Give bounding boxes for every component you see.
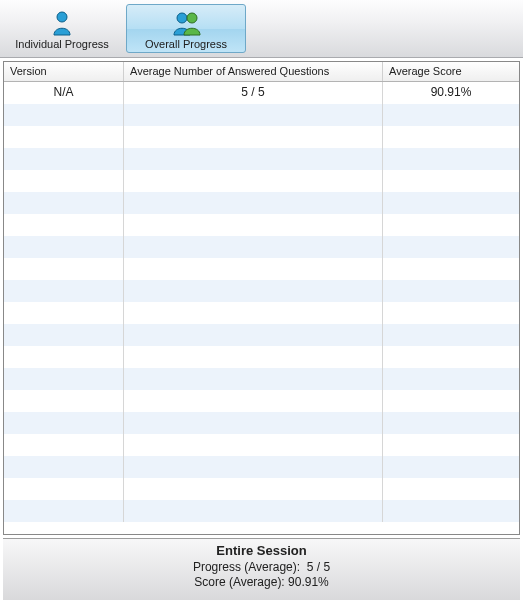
cell-version	[4, 390, 124, 412]
cell-avg-score	[383, 478, 519, 500]
cell-version	[4, 456, 124, 478]
table-row[interactable]	[4, 258, 519, 280]
table-row[interactable]	[4, 346, 519, 368]
cell-avg-score	[383, 302, 519, 324]
progress-table: Version Average Number of Answered Quest…	[3, 61, 520, 535]
cell-avg-answered	[124, 236, 383, 258]
table-row[interactable]	[4, 236, 519, 258]
table-row[interactable]	[4, 500, 519, 522]
table-row[interactable]	[4, 302, 519, 324]
svg-point-0	[57, 12, 67, 22]
cell-avg-answered	[124, 126, 383, 148]
tab-overall-label: Overall Progress	[145, 38, 227, 50]
toolbar: Individual Progress Overall Progress	[0, 0, 523, 58]
cell-version	[4, 148, 124, 170]
cell-avg-answered	[124, 500, 383, 522]
cell-avg-score	[383, 412, 519, 434]
cell-version	[4, 500, 124, 522]
tab-overall-progress[interactable]: Overall Progress	[126, 4, 246, 53]
people-icon	[171, 8, 201, 36]
cell-version	[4, 258, 124, 280]
col-header-version[interactable]: Version	[4, 62, 124, 81]
cell-avg-answered	[124, 390, 383, 412]
table-row[interactable]: N/A5 / 590.91%	[4, 82, 519, 104]
table-row[interactable]	[4, 148, 519, 170]
table-body: N/A5 / 590.91%	[4, 82, 519, 534]
cell-version	[4, 478, 124, 500]
cell-version	[4, 412, 124, 434]
footer-title: Entire Session	[3, 543, 520, 558]
person-icon	[51, 8, 73, 36]
table-row[interactable]	[4, 104, 519, 126]
cell-avg-answered	[124, 412, 383, 434]
table-row[interactable]	[4, 192, 519, 214]
table-row[interactable]	[4, 214, 519, 236]
footer-progress-value: 5 / 5	[307, 560, 330, 574]
footer-progress-label: Progress (Average):	[193, 560, 300, 574]
cell-avg-answered	[124, 478, 383, 500]
table-row[interactable]	[4, 478, 519, 500]
table-row[interactable]	[4, 368, 519, 390]
cell-avg-answered	[124, 214, 383, 236]
cell-avg-score	[383, 236, 519, 258]
cell-avg-score	[383, 500, 519, 522]
cell-avg-answered	[124, 302, 383, 324]
cell-avg-answered	[124, 170, 383, 192]
cell-avg-answered	[124, 456, 383, 478]
cell-version: N/A	[4, 82, 124, 104]
cell-avg-score	[383, 434, 519, 456]
cell-avg-score	[383, 104, 519, 126]
cell-version	[4, 104, 124, 126]
cell-version	[4, 324, 124, 346]
cell-avg-score	[383, 192, 519, 214]
cell-avg-answered	[124, 192, 383, 214]
cell-version	[4, 434, 124, 456]
cell-version	[4, 280, 124, 302]
cell-version	[4, 214, 124, 236]
cell-version	[4, 170, 124, 192]
cell-avg-score	[383, 258, 519, 280]
cell-avg-score	[383, 368, 519, 390]
table-row[interactable]	[4, 280, 519, 302]
cell-avg-score	[383, 346, 519, 368]
footer-score-value: 90.91%	[288, 575, 329, 589]
cell-avg-answered	[124, 148, 383, 170]
cell-avg-answered	[124, 434, 383, 456]
cell-avg-answered: 5 / 5	[124, 82, 383, 104]
tab-individual-progress[interactable]: Individual Progress	[2, 4, 122, 53]
cell-avg-answered	[124, 324, 383, 346]
cell-version	[4, 302, 124, 324]
table-row[interactable]	[4, 456, 519, 478]
cell-avg-score	[383, 280, 519, 302]
cell-avg-answered	[124, 258, 383, 280]
col-header-avg-answered[interactable]: Average Number of Answered Questions	[124, 62, 383, 81]
cell-avg-answered	[124, 346, 383, 368]
table-row[interactable]	[4, 412, 519, 434]
table-row[interactable]	[4, 126, 519, 148]
svg-point-2	[187, 13, 197, 23]
cell-avg-score	[383, 126, 519, 148]
table-header: Version Average Number of Answered Quest…	[4, 62, 519, 82]
cell-avg-score: 90.91%	[383, 82, 519, 104]
cell-avg-score	[383, 390, 519, 412]
cell-avg-answered	[124, 104, 383, 126]
table-row[interactable]	[4, 390, 519, 412]
cell-avg-score	[383, 148, 519, 170]
cell-version	[4, 126, 124, 148]
table-row[interactable]	[4, 324, 519, 346]
cell-version	[4, 236, 124, 258]
cell-avg-score	[383, 170, 519, 192]
cell-avg-answered	[124, 368, 383, 390]
cell-version	[4, 368, 124, 390]
cell-avg-score	[383, 324, 519, 346]
table-row[interactable]	[4, 434, 519, 456]
cell-avg-score	[383, 456, 519, 478]
cell-version	[4, 192, 124, 214]
svg-point-1	[177, 13, 187, 23]
table-row[interactable]	[4, 170, 519, 192]
footer-score-label: Score (Average):	[194, 575, 285, 589]
summary-footer: Entire Session Progress (Average): 5 / 5…	[3, 538, 520, 600]
cell-avg-score	[383, 214, 519, 236]
cell-avg-answered	[124, 280, 383, 302]
col-header-avg-score[interactable]: Average Score	[383, 62, 519, 81]
